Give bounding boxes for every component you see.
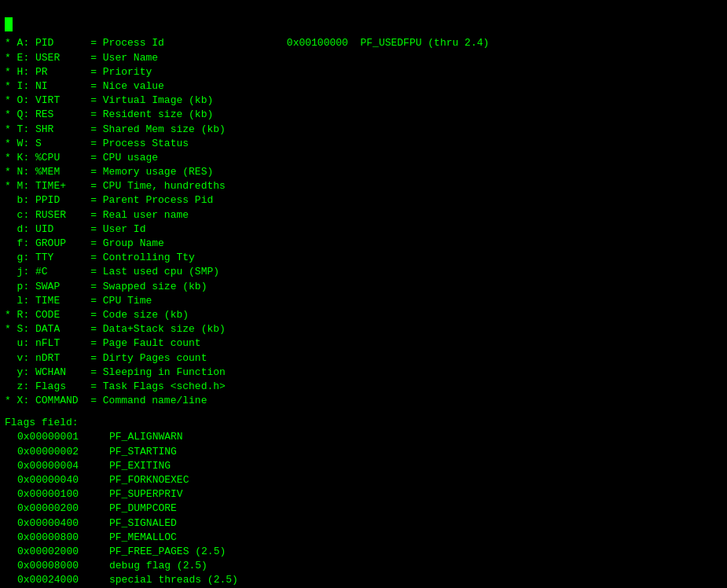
field-row: z: Flags = Task Flags <sched.h> [5, 380, 722, 394]
flag-row: 0x00008000 debug flag (2.5) [5, 559, 722, 573]
field-row: * H: PR = Priority [5, 65, 722, 79]
flag-row: 0x00000400 PF_SIGNALED [5, 516, 722, 531]
field-row: v: nDRT = Dirty Pages count [5, 351, 722, 366]
flag-row: 0x00000004 PF_EXITING [5, 459, 722, 473]
field-row: * T: SHR = Shared Mem size (kb) [5, 123, 722, 137]
for-window-label [14, 3, 27, 17]
field-row: p: SWAP = Swapped size (kb) [5, 280, 722, 294]
field-row: * A: PID = Process Id 0x00100000 PF_USED… [5, 36, 722, 50]
field-row: * E: USER = User Name [5, 51, 722, 65]
fields-list: * A: PID = Process Id 0x00100000 PF_USED… [5, 36, 722, 408]
flag-row: 0x00002000 PF_FREE_PAGES (2.5) [5, 545, 722, 559]
toggle-line [5, 17, 722, 31]
flag-row: 0x00024000 special threads (2.5) [5, 573, 722, 587]
flag-row: 0x00000002 PF_STARTING [5, 445, 722, 459]
field-row: * O: VIRT = Virtual Image (kb) [5, 94, 722, 108]
flag-row: 0x00000100 PF_SUPERPRIV [5, 487, 722, 502]
flag-row: 0x00000200 PF_DUMPCORE [5, 502, 722, 516]
flag-row: 0x00000800 PF_MEMALLOC [5, 531, 722, 545]
field-row: u: nFLT = Page Fault count [5, 336, 722, 351]
header-line [5, 3, 722, 17]
field-row: * R: CODE = Code size (kb) [5, 308, 722, 322]
field-row: * Q: RES = Resident size (kb) [5, 108, 722, 122]
cursor [5, 17, 13, 31]
field-row: * I: NI = Nice value [5, 79, 722, 94]
field-row: j: #C = Last used cpu (SMP) [5, 265, 722, 279]
flags-section: Flags field:0x00000001 PF_ALIGNWARN0x000… [5, 416, 722, 588]
field-row: g: TTY = Controlling Tty [5, 251, 722, 265]
field-row: b: PPID = Parent Process Pid [5, 193, 722, 208]
field-row: * S: DATA = Data+Stack size (kb) [5, 322, 722, 336]
flags-title: Flags field: [5, 416, 722, 430]
field-row: * X: COMMAND = Command name/line [5, 394, 722, 408]
field-row: l: TIME = CPU Time [5, 294, 722, 308]
field-row: c: RUSER = Real user name [5, 208, 722, 222]
flag-row: 0x00000001 PF_ALIGNWARN [5, 430, 722, 444]
field-row: * W: S = Process Status [5, 137, 722, 151]
field-row: * K: %CPU = CPU usage [5, 151, 722, 165]
flag-row: 0x00000040 PF_FORKNOEXEC [5, 473, 722, 487]
field-row: y: WCHAN = Sleeping in Function [5, 366, 722, 380]
field-row: * N: %MEM = Memory usage (RES) [5, 165, 722, 179]
field-row: f: GROUP = Group Name [5, 237, 722, 251]
field-row: d: UID = User Id [5, 222, 722, 237]
field-row: * M: TIME+ = CPU Time, hundredths [5, 179, 722, 193]
